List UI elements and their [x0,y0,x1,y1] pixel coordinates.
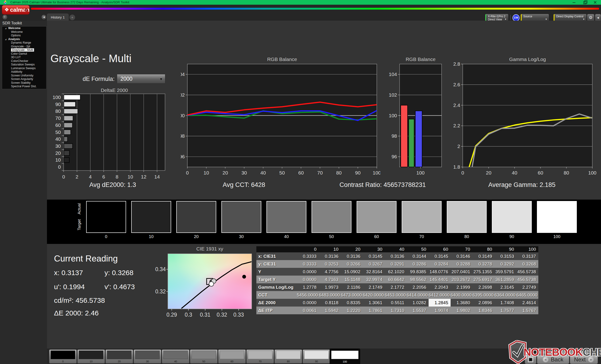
add-tab-button[interactable]: + [70,15,75,20]
table-row-header: ΔE 2000 [256,299,297,307]
tab-history-1[interactable]: History 1 [47,14,69,21]
sidebar-group-label: Welcome [8,27,20,30]
reading-luminance: cd/m²: 456.5738 [54,297,105,304]
table-cell: 0.3284 [429,260,451,268]
sidebar-options-button[interactable] [2,15,8,20]
de-formula-dropdown[interactable]: 2000 [117,74,165,84]
table-cell: 359.5791 [494,268,517,276]
chevron-down-icon [545,18,547,20]
level-swatch [331,351,359,359]
grayscale-swatch-10 [131,201,171,233]
svg-text:8: 8 [116,174,119,179]
table-cell: 0.3268 [517,260,539,268]
svg-text:102: 102 [181,92,185,97]
meter-count-badge[interactable]: 239 [512,14,520,21]
table-cell: 1.7577 [494,307,517,314]
minimize-button[interactable] [570,0,578,5]
table-cell: 275.6917 [473,276,495,283]
table-cell: 1.7861 [363,307,385,314]
table-row-header: y: CIE31 [256,260,297,268]
sidebar-item-saturation-sweeps[interactable]: Saturation Sweeps [2,63,46,67]
collapse-sidebar-button[interactable] [41,15,47,20]
sidebar-item-options[interactable]: Options [2,34,46,38]
sidebar-item-label: Options [11,34,21,37]
svg-text:70: 70 [55,115,61,121]
grayscale-level-button-30[interactable]: 30 [134,349,161,364]
source-label: Source [523,15,532,18]
sidebar-item-screen-stability[interactable]: Screen Stability [2,81,46,85]
sidebar-item-screen-angularity[interactable]: Screen Angularity [2,77,46,81]
de-formula-label: dE Formula: [83,76,115,82]
grayscale-level-button-10[interactable]: 10 [77,349,105,364]
sidebar-item-additivity[interactable]: Additivity [2,70,46,74]
table-cell: 6412.0000 [429,291,451,299]
level-swatch [163,351,188,359]
stop-measure-button[interactable] [525,355,536,364]
svg-text:100: 100 [588,170,596,175]
level-label: 70 [247,360,274,363]
grayscale-level-button-100[interactable]: 100 [330,348,360,364]
sidebar-item-colorchecker[interactable]: ColorChecker [2,59,46,63]
measurement-table: 0102030405060708090100x: CIE310.33330.31… [256,246,538,314]
sidebar-item-dynamic-range[interactable]: Dynamic Range [2,41,46,45]
table-cell: 0.3145 [429,252,451,260]
table-column-header: 50 [407,246,429,252]
level-label: 80 [275,360,302,363]
sidebar-group-analysis[interactable]: Analysis [2,38,46,41]
grayscale-level-button-90[interactable]: 90 [303,349,330,364]
sidebar-group-label: Analysis [8,38,20,41]
restore-button[interactable] [581,0,589,5]
svg-text:100: 100 [372,170,380,175]
close-button[interactable] [591,0,599,5]
sidebar-item-screen-uniformity[interactable]: Screen Uniformity [2,74,46,78]
grayscale-level-button-0[interactable]: 0 [49,349,77,364]
calman-menu-button[interactable]: calman [2,5,30,15]
sidebar-group-welcome[interactable]: Welcome [2,27,46,30]
level-swatch [79,351,103,359]
table-cell: 203.2672 [451,276,473,283]
target-row-label: Target [77,217,82,233]
svg-text:90: 90 [355,170,361,175]
grayscale-swatch-100 [537,201,577,233]
svg-text:0: 0 [461,170,464,175]
sidebar-item-3d-lut[interactable]: 3D LUT [2,56,46,59]
table-cell: 99.8385 [407,268,429,276]
table-cell: 0.3137 [517,252,539,260]
grayscale-level-button-50[interactable]: 50 [190,349,218,364]
svg-text:30: 30 [55,143,61,149]
back-button[interactable]: Back [537,355,569,364]
tree-expander-icon[interactable] [5,27,6,30]
grayscale-level-button-70[interactable]: 70 [246,349,274,364]
table-cell: 1.5942 [319,307,341,314]
svg-text:2: 2 [76,174,78,179]
swatch-label: 80 [447,234,487,239]
table-cell: 456.5738 [517,268,539,276]
table-cell: 0.3291 [385,260,407,268]
grayscale-level-button-40[interactable]: 40 [162,349,190,364]
sidebar-item-welcome[interactable]: Welcome [2,30,46,34]
svg-text:60: 60 [538,170,543,175]
svg-text:RGB Balance: RGB Balance [267,57,297,62]
sidebar-item-grayscale-2pt[interactable]: Grayscale - 2pt [2,45,46,48]
svg-text:0.33: 0.33 [233,312,244,318]
table-cell: 275.1355 [473,268,495,276]
table-row: ΔE 20000.00000.81180.83351.30610.55111.0… [256,299,538,307]
table-cell: 0.3333 [297,252,319,260]
sidebar-item-luminance-sweeps[interactable]: Luminance Sweeps [2,67,46,70]
swatch-label: 20 [176,234,216,239]
table-row-header: Gamma Log/Log [256,283,297,291]
sidebar-item-color-gamut[interactable]: Color Gamut [2,52,46,56]
grayscale-level-button-80[interactable]: 80 [274,349,302,364]
table-cell: 1.2778 [297,283,319,291]
source-status-accent [521,14,522,21]
table-cell: 6465.0000 [517,291,539,299]
next-button[interactable]: Next [570,355,598,364]
grayscale-level-button-20[interactable]: 20 [105,349,133,364]
grayscale-level-bar: 0102030405060708090100 [47,348,601,364]
reading-v: v': 0.4673 [104,283,135,291]
grayscale-level-button-60[interactable]: 60 [218,349,246,364]
sidebar-item-grayscale-multi[interactable]: Grayscale - Multi [2,48,46,52]
svg-text:60: 60 [55,122,61,128]
sidebar-item-spectral-power-dist[interactable]: Spectral Power Dist. [2,85,46,88]
tree-expander-icon[interactable] [5,38,6,41]
